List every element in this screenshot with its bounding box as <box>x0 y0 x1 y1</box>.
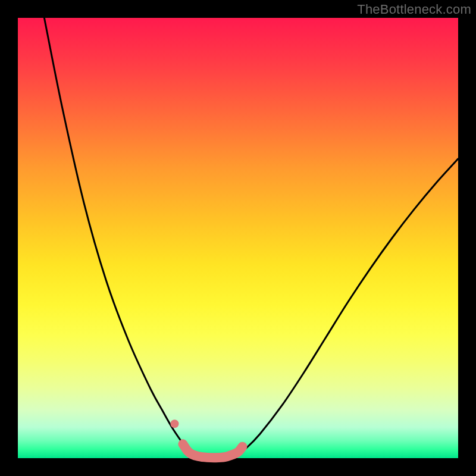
underline-path <box>183 444 243 458</box>
watermark-text: TheBottleneck.com <box>357 2 471 17</box>
curve-overlay <box>18 18 458 458</box>
left-curve <box>44 18 192 454</box>
underline-dot <box>170 419 178 428</box>
right-curve <box>238 159 458 454</box>
